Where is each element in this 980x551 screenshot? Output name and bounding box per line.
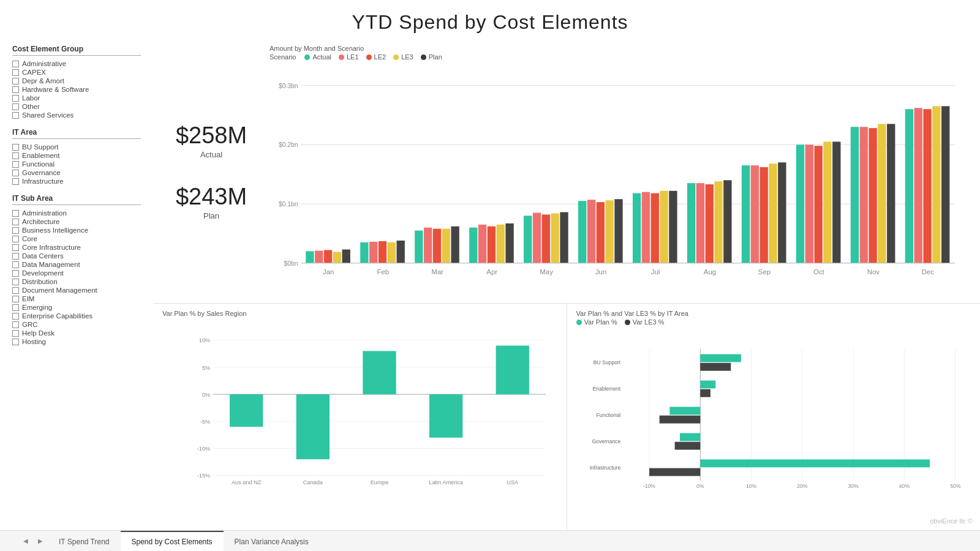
it-area-legend-items: Var Plan %Var LE3 % (576, 318, 665, 326)
main-chart-legend: Scenario ActualLE1LE2LE3Plan (270, 53, 968, 61)
filter-item[interactable]: Business Intelligence (12, 226, 141, 234)
filter-checkbox[interactable] (12, 78, 19, 84)
filter-item[interactable]: Document Management (12, 286, 141, 294)
it-sub-area-filter: IT Sub Area AdministrationArchitectureBu… (12, 194, 141, 346)
filter-item[interactable]: Hardware & Software (12, 85, 141, 94)
filter-checkbox[interactable] (12, 279, 19, 285)
filter-checkbox[interactable] (12, 261, 19, 268)
filter-item[interactable]: CAPEX (12, 68, 141, 77)
filter-checkbox[interactable] (12, 219, 19, 225)
filter-checkbox[interactable] (12, 103, 19, 110)
filter-checkbox[interactable] (12, 270, 19, 277)
filter-checkbox[interactable] (12, 152, 19, 159)
filter-item[interactable]: Data Centers (12, 252, 141, 260)
filter-item[interactable]: Infrastructure (12, 177, 141, 186)
filter-item[interactable]: Core (12, 234, 141, 243)
filter-item[interactable]: Core Infrastructure (12, 243, 141, 252)
filter-item[interactable]: Development (12, 269, 141, 277)
svg-text:Dec: Dec (922, 268, 935, 276)
filter-checkbox[interactable] (12, 178, 19, 185)
filter-checkbox[interactable] (12, 304, 19, 311)
bar (669, 191, 677, 263)
filter-item[interactable]: BU Support (12, 143, 141, 151)
legend-label: Plan (429, 53, 442, 61)
filter-checkbox[interactable] (12, 321, 19, 328)
filter-item[interactable]: Shared Services (12, 111, 141, 119)
tab-nav-prev[interactable]: ◀ (18, 531, 33, 551)
filter-item[interactable]: Data Management (12, 260, 141, 269)
filter-item[interactable]: Help Desk (12, 329, 141, 337)
filter-item[interactable]: Governance (12, 168, 141, 177)
var-it-area-title: Var Plan % and Var LE3 % by IT Area (576, 310, 971, 317)
filter-item[interactable]: Labor (12, 94, 141, 102)
filter-label: Data Management (22, 261, 80, 268)
filter-item[interactable]: Emerging (12, 303, 141, 312)
filter-checkbox[interactable] (12, 236, 19, 242)
filter-item[interactable]: Other (12, 102, 141, 111)
filter-checkbox[interactable] (12, 144, 19, 151)
filter-item[interactable]: Administrative (12, 59, 141, 68)
svg-text:Mar: Mar (431, 268, 443, 276)
filter-item[interactable]: GRC (12, 320, 141, 329)
filter-checkbox[interactable] (12, 287, 19, 294)
legend-dot (304, 54, 310, 60)
filter-item[interactable]: Distribution (12, 277, 141, 286)
filter-checkbox[interactable] (12, 161, 19, 168)
bar (769, 163, 777, 263)
filter-checkbox[interactable] (12, 86, 19, 93)
legend-dot (339, 54, 344, 60)
bar (560, 212, 568, 263)
tab-spend-by-cost-elements[interactable]: Spend by Cost Elements (121, 531, 224, 551)
svg-text:Governance: Governance (592, 438, 620, 444)
bar (587, 200, 595, 263)
legend-dot (366, 54, 372, 60)
filter-checkbox[interactable] (12, 339, 19, 345)
bar (869, 128, 876, 263)
svg-text:-10%: -10% (197, 446, 210, 452)
filter-checkbox[interactable] (12, 296, 19, 302)
bar (696, 183, 704, 263)
page: YTD Spend by Cost Elements Cost Element … (0, 0, 980, 551)
filter-checkbox[interactable] (12, 253, 19, 260)
bar (649, 468, 699, 476)
svg-text:Jan: Jan (323, 268, 334, 276)
filter-item[interactable]: Depr & Amort (12, 77, 141, 85)
bar (887, 124, 895, 263)
filter-checkbox[interactable] (12, 170, 19, 176)
bar (230, 394, 263, 427)
filter-item[interactable]: Enablement (12, 151, 141, 160)
filter-item[interactable]: Enterprise Capabilities (12, 312, 141, 320)
filter-checkbox[interactable] (12, 95, 19, 102)
bar (296, 394, 330, 459)
bar (660, 191, 668, 263)
bar (542, 214, 550, 263)
filter-checkbox[interactable] (12, 227, 19, 234)
legend-label: LE3 (401, 53, 413, 61)
filter-checkbox[interactable] (12, 244, 19, 251)
filter-checkbox[interactable] (12, 61, 19, 67)
tab-it-spend-trend[interactable]: IT Spend Trend (48, 531, 121, 551)
legend-dot (421, 54, 426, 60)
filter-label: Infrastructure (22, 178, 64, 185)
page-title: YTD Spend by Cost Elements (0, 0, 980, 40)
plan-label: Plan (176, 211, 247, 220)
tab-nav-next[interactable]: ▶ (33, 531, 48, 551)
filter-checkbox[interactable] (12, 112, 19, 119)
filter-checkbox[interactable] (12, 313, 19, 320)
filter-item[interactable]: Administration (12, 209, 141, 217)
filter-item[interactable]: Architecture (12, 217, 141, 226)
filter-item[interactable]: Functional (12, 160, 141, 168)
filter-checkbox[interactable] (12, 210, 19, 217)
bar (488, 227, 496, 263)
filter-checkbox[interactable] (12, 330, 19, 337)
filter-checkbox[interactable] (12, 69, 19, 76)
filter-item[interactable]: EIM (12, 294, 141, 303)
filter-label: Functional (22, 160, 55, 168)
svg-text:Nov: Nov (867, 268, 880, 276)
svg-text:$0.1bn: $0.1bn (279, 201, 298, 208)
bar (814, 146, 822, 263)
filter-item[interactable]: Hosting (12, 337, 141, 346)
tab-plan-variance-analysis[interactable]: Plan Variance Analysis (224, 531, 320, 551)
bar (324, 250, 332, 263)
sidebar: Cost Element Group AdministrativeCAPEXDe… (0, 40, 153, 530)
